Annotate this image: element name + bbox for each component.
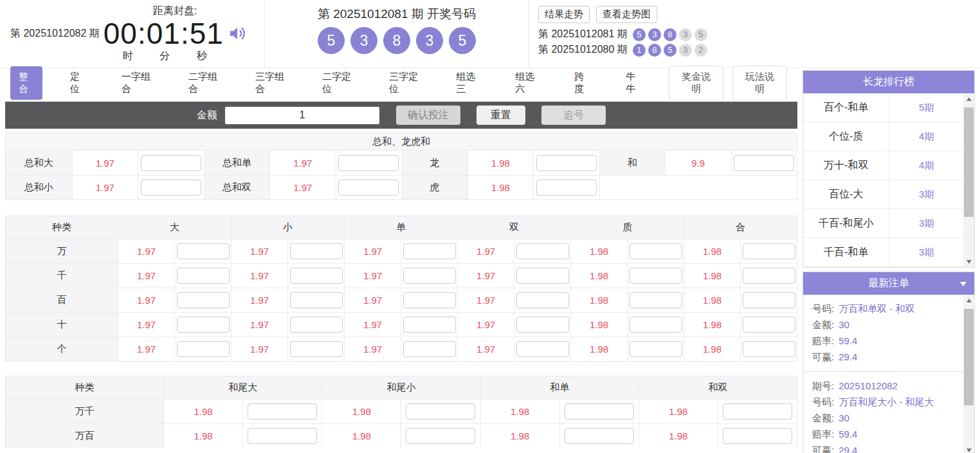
row-label: 千 [6, 263, 118, 288]
bet-amount-input[interactable] [141, 180, 201, 196]
bet-amount-input[interactable] [536, 155, 597, 171]
bet-amount-input[interactable] [630, 292, 682, 308]
bet-amount-input[interactable] [743, 317, 795, 333]
bet-amount-input[interactable] [290, 317, 343, 333]
bet-amount-input[interactable] [338, 155, 399, 171]
field-value: 29.4 [839, 442, 857, 453]
amount-input[interactable] [225, 107, 379, 124]
tab-二字组合[interactable]: 二字组合 [180, 66, 228, 100]
bet-amount-input[interactable] [403, 292, 456, 308]
column-header: 大 [118, 216, 231, 239]
dragon-row[interactable]: 千百-和单3期 [803, 238, 963, 267]
tab-三字定位[interactable]: 三字定位 [381, 66, 428, 100]
bet-amount-input[interactable] [403, 268, 456, 284]
bet-amount-input[interactable] [516, 292, 569, 308]
bet-amount-input[interactable] [723, 403, 792, 420]
bet-amount-input[interactable] [630, 341, 682, 357]
scroll-up-icon[interactable] [963, 295, 974, 306]
field-label: 赔率: [812, 333, 834, 349]
bet-amount-input[interactable] [406, 428, 475, 444]
dragon-row[interactable]: 百个-和单5期 [803, 93, 963, 122]
bet-amount-input[interactable] [734, 155, 794, 171]
dragon-row[interactable]: 百位-大3期 [803, 180, 963, 209]
field-label: 可赢: [812, 349, 834, 365]
bet-amount-input[interactable] [177, 268, 230, 284]
rules-info-button[interactable]: 玩法说明 [732, 66, 787, 100]
bet-amount-input[interactable] [403, 341, 456, 357]
tab-牛牛[interactable]: 牛牛 [617, 66, 649, 100]
latest-scrollbar[interactable] [963, 295, 974, 453]
tab-组选三[interactable]: 组选三 [448, 66, 487, 100]
bet-amount-input[interactable] [248, 428, 317, 444]
bet-amount-input[interactable] [177, 292, 230, 308]
bet-amount-input[interactable] [290, 243, 343, 259]
scroll-down-icon[interactable] [963, 445, 974, 453]
dragon-row[interactable]: 万十-和双4期 [803, 151, 963, 180]
result-trend-button[interactable]: 结果走势 [538, 6, 590, 23]
bet-amount-input[interactable] [290, 292, 343, 308]
bet-amount-input[interactable] [177, 317, 230, 333]
bet-amount-input[interactable] [743, 341, 795, 357]
bet-amount-input[interactable] [516, 243, 569, 259]
bet-amount-input[interactable] [338, 180, 399, 196]
bet-amount-input[interactable] [516, 268, 569, 284]
bet-amount-input[interactable] [743, 243, 795, 259]
tab-一字组合[interactable]: 一字组合 [113, 66, 161, 100]
bet-odds: 1.98 [570, 337, 627, 361]
tab-跨度[interactable]: 跨度 [566, 66, 598, 100]
bet-amount-input[interactable] [177, 341, 230, 357]
bet-amount-input[interactable] [630, 268, 682, 284]
bet-odds: 1.97 [344, 239, 401, 263]
reset-button[interactable]: 重置 [476, 106, 525, 125]
bet-amount-input[interactable] [630, 317, 682, 333]
bet-amount-input[interactable] [565, 403, 634, 420]
bet-input-cell [401, 399, 480, 423]
tab-定位[interactable]: 定位 [62, 66, 94, 100]
bet-amount-input[interactable] [248, 403, 317, 420]
bet-input-cell [174, 239, 231, 263]
view-chart-button[interactable]: 查看走势图 [596, 6, 657, 23]
bet-amount-input[interactable] [743, 292, 795, 308]
history-ball: 8 [664, 28, 676, 41]
bet-amount-input[interactable] [290, 268, 343, 284]
dragon-scrollbar[interactable] [963, 93, 974, 267]
bet-input-cell [514, 312, 570, 337]
scroll-up-icon[interactable] [963, 93, 974, 104]
dragon-row[interactable]: 个位-质4期 [803, 122, 963, 151]
tab-三字组合[interactable]: 三字组合 [247, 66, 295, 100]
prize-info-button[interactable]: 奖金说明 [669, 66, 723, 100]
bet-amount-input[interactable] [177, 243, 230, 259]
bet-odds: 1.98 [570, 263, 627, 288]
bet-amount-input[interactable] [516, 317, 569, 333]
chase-number-button[interactable]: 追号 [541, 106, 606, 125]
dragon-row[interactable]: 千百-和尾小3期 [803, 209, 963, 238]
bet-amount-input[interactable] [290, 341, 343, 357]
field-value: 20251012082 [839, 378, 898, 394]
bet-amount-input[interactable] [565, 428, 634, 444]
bet-odds: 1.98 [684, 263, 740, 288]
bet-amount-input[interactable] [406, 403, 475, 420]
bet-amount-input[interactable] [743, 268, 795, 284]
bet-odds: 1.98 [163, 399, 242, 423]
bet-input-cell [336, 151, 402, 175]
collapse-caret-icon[interactable] [960, 282, 966, 286]
scroll-thumb[interactable] [964, 107, 974, 217]
bet-amount-input[interactable] [516, 341, 569, 357]
history-row: 第 20251012081 期53835 [538, 28, 980, 41]
bet-odds: 1.97 [269, 151, 336, 175]
bet-amount-input[interactable] [723, 428, 792, 444]
speaker-icon[interactable] [228, 24, 247, 43]
tab-二字定位[interactable]: 二字定位 [314, 66, 361, 100]
scroll-thumb[interactable] [964, 309, 974, 405]
bet-amount-input[interactable] [536, 180, 597, 196]
bet-amount-input[interactable] [630, 243, 682, 259]
bet-amount-input[interactable] [403, 317, 456, 333]
bet-amount-input[interactable] [403, 243, 456, 259]
scroll-down-icon[interactable] [963, 256, 974, 267]
confirm-bet-button[interactable]: 确认投注 [396, 106, 460, 125]
tab-组选六[interactable]: 组选六 [507, 66, 547, 100]
field-value: 30 [839, 410, 849, 426]
column-header: 和尾大 [163, 376, 322, 399]
bet-amount-input[interactable] [141, 155, 201, 171]
tab-整合[interactable]: 整合 [10, 66, 42, 100]
